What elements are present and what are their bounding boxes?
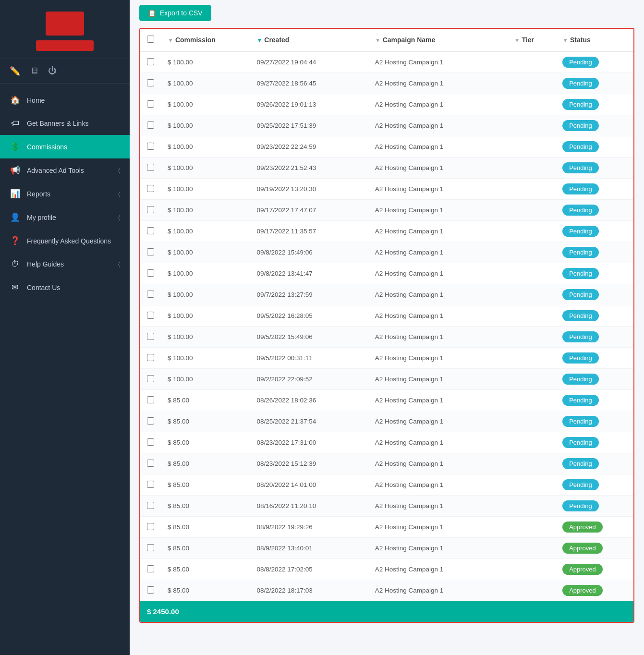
row-checkbox-13[interactable] <box>147 333 154 340</box>
row-checkbox-6[interactable] <box>147 185 154 192</box>
campaign-cell: A2 Hosting Campaign 1 <box>368 348 508 369</box>
status-badge: Pending <box>562 78 599 89</box>
table-row: $ 85.00 08/2/2022 18:17:03 A2 Hosting Ca… <box>140 580 633 601</box>
commission-cell: $ 100.00 <box>161 51 250 73</box>
row-checkbox-3[interactable] <box>147 121 154 129</box>
logo-icon <box>46 12 84 36</box>
row-checkbox-9[interactable] <box>147 248 154 255</box>
row-checkbox-8[interactable] <box>147 227 154 234</box>
row-checkbox-12[interactable] <box>147 312 154 319</box>
tier-cell <box>508 432 556 453</box>
row-checkbox-10[interactable] <box>147 269 154 277</box>
row-checkbox-16[interactable] <box>147 396 154 403</box>
row-checkbox-20[interactable] <box>147 481 154 488</box>
campaign-cell: A2 Hosting Campaign 1 <box>368 390 508 411</box>
sidebar: ✏️ 🖥 ⏻ 🏠 Home 🏷 Get Banners & Links 💲 Co… <box>0 0 130 655</box>
th-commission[interactable]: ▼Commission <box>161 29 250 51</box>
status-cell: Pending <box>556 432 633 453</box>
commission-cell: $ 85.00 <box>161 517 250 538</box>
row-checkbox-cell <box>140 474 161 496</box>
th-created[interactable]: ▼Created <box>250 29 368 51</box>
th-status[interactable]: ▼Status <box>556 29 633 51</box>
table-row: $ 85.00 08/9/2022 13:40:01 A2 Hosting Ca… <box>140 538 633 559</box>
row-checkbox-5[interactable] <box>147 164 154 171</box>
row-checkbox-7[interactable] <box>147 206 154 213</box>
sidebar-item-my-profile[interactable]: 👤 My profile 〈 <box>0 206 130 229</box>
row-checkbox-14[interactable] <box>147 354 154 361</box>
sidebar-item-reports[interactable]: 📊 Reports 〈 <box>0 182 130 206</box>
sidebar-label-help-guides: Help Guides <box>27 260 111 268</box>
sidebar-item-home[interactable]: 🏠 Home <box>0 88 130 112</box>
created-cell: 08/23/2022 15:12:39 <box>250 453 368 474</box>
row-checkbox-18[interactable] <box>147 438 154 446</box>
campaign-cell: A2 Hosting Campaign 1 <box>368 221 508 242</box>
sidebar-item-faq[interactable]: ❓ Frequently Asked Questions <box>0 229 130 253</box>
select-all-checkbox[interactable] <box>147 36 154 43</box>
row-checkbox-21[interactable] <box>147 502 154 509</box>
row-checkbox-0[interactable] <box>147 58 154 65</box>
status-cell: Pending <box>556 348 633 369</box>
th-tier[interactable]: ▼Tier <box>508 29 556 51</box>
sidebar-item-banners[interactable]: 🏷 Get Banners & Links <box>0 112 130 135</box>
campaign-cell: A2 Hosting Campaign 1 <box>368 284 508 305</box>
status-cell: Pending <box>556 411 633 432</box>
created-cell: 09/25/2022 17:51:39 <box>250 115 368 136</box>
row-checkbox-17[interactable] <box>147 417 154 425</box>
row-checkbox-22[interactable] <box>147 523 154 530</box>
commission-cell: $ 100.00 <box>161 369 250 390</box>
status-badge: Approved <box>562 522 603 533</box>
row-checkbox-11[interactable] <box>147 291 154 298</box>
campaign-cell: A2 Hosting Campaign 1 <box>368 179 508 200</box>
sidebar-item-contact-us[interactable]: ✉ Contact Us <box>0 276 130 299</box>
sidebar-label-banners: Get Banners & Links <box>27 120 120 127</box>
status-cell: Pending <box>556 453 633 474</box>
created-cell: 08/26/2022 18:02:36 <box>250 390 368 411</box>
main-content: 📋 Export to CSV ▼Commission▼Created▼Camp… <box>130 0 644 655</box>
commission-cell: $ 100.00 <box>161 136 250 158</box>
monitor-icon[interactable]: 🖥 <box>30 66 38 76</box>
tier-cell <box>508 221 556 242</box>
status-cell: Pending <box>556 94 633 115</box>
row-checkbox-25[interactable] <box>147 586 154 594</box>
sidebar-label-commissions: Commissions <box>27 143 120 151</box>
table-row: $ 100.00 09/23/2022 21:52:43 A2 Hosting … <box>140 158 633 179</box>
commission-cell: $ 100.00 <box>161 200 250 221</box>
sidebar-item-advanced-ad-tools[interactable]: 📢 Advanced Ad Tools 〈 <box>0 158 130 182</box>
status-badge: Pending <box>562 500 599 511</box>
status-badge: Pending <box>562 247 599 258</box>
row-checkbox-cell <box>140 538 161 559</box>
edit-icon[interactable]: ✏️ <box>10 66 20 76</box>
campaign-cell: A2 Hosting Campaign 1 <box>368 517 508 538</box>
export-csv-button[interactable]: 📋 Export to CSV <box>139 5 211 21</box>
status-cell: Approved <box>556 559 633 580</box>
row-checkbox-19[interactable] <box>147 460 154 467</box>
table-row: $ 100.00 09/19/2022 13:20:30 A2 Hosting … <box>140 179 633 200</box>
tier-cell <box>508 200 556 221</box>
row-checkbox-cell <box>140 263 161 284</box>
campaign-cell: A2 Hosting Campaign 1 <box>368 73 508 94</box>
th-campaign_name[interactable]: ▼Campaign Name <box>368 29 508 51</box>
advanced-ad-tools-icon: 📢 <box>10 165 20 175</box>
campaign-cell: A2 Hosting Campaign 1 <box>368 200 508 221</box>
power-icon[interactable]: ⏻ <box>48 66 57 76</box>
row-checkbox-24[interactable] <box>147 565 154 572</box>
sidebar-item-commissions[interactable]: 💲 Commissions <box>0 135 130 158</box>
table-row: $ 85.00 08/23/2022 15:12:39 A2 Hosting C… <box>140 453 633 474</box>
row-checkbox-1[interactable] <box>147 79 154 86</box>
row-checkbox-2[interactable] <box>147 100 154 108</box>
status-badge: Pending <box>562 183 599 194</box>
row-checkbox-cell <box>140 305 161 327</box>
sidebar-item-help-guides[interactable]: ⏱ Help Guides 〈 <box>0 253 130 276</box>
status-cell: Pending <box>556 369 633 390</box>
row-checkbox-4[interactable] <box>147 143 154 150</box>
row-checkbox-cell <box>140 580 161 601</box>
sort-icon-commission: ▼ <box>168 37 173 44</box>
my-profile-icon: 👤 <box>10 212 20 222</box>
status-cell: Pending <box>556 305 633 327</box>
row-checkbox-23[interactable] <box>147 544 154 551</box>
campaign-cell: A2 Hosting Campaign 1 <box>368 51 508 73</box>
campaign-cell: A2 Hosting Campaign 1 <box>368 411 508 432</box>
commission-cell: $ 100.00 <box>161 115 250 136</box>
row-checkbox-15[interactable] <box>147 375 154 382</box>
row-checkbox-cell <box>140 221 161 242</box>
